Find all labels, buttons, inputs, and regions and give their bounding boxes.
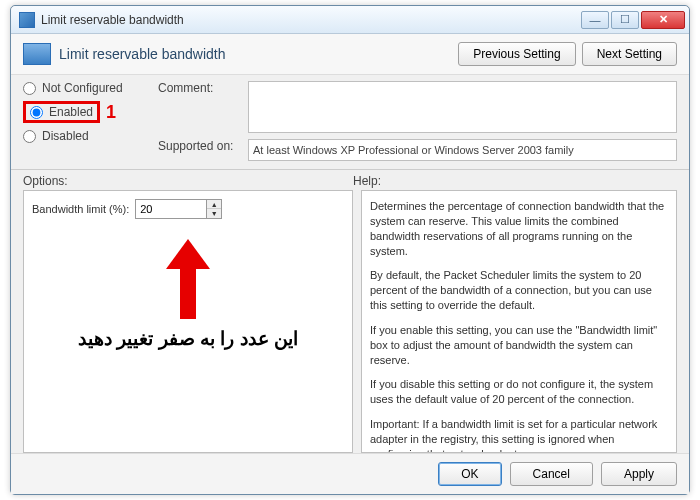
previous-setting-button[interactable]: Previous Setting [458, 42, 575, 66]
help-p4: If you disable this setting or do not co… [370, 377, 668, 407]
options-panel: Bandwidth limit (%): ▲ ▼ این عدد را به ص… [23, 190, 353, 453]
radio-not-configured[interactable]: Not Configured [23, 81, 158, 95]
supported-value: At least Windows XP Professional or Wind… [248, 139, 677, 161]
panels: Bandwidth limit (%): ▲ ▼ این عدد را به ص… [11, 190, 689, 453]
radio-disabled[interactable]: Disabled [23, 129, 158, 143]
supported-label: Supported on: [158, 139, 240, 153]
app-icon [19, 12, 35, 28]
radio-enabled[interactable]: Enabled [23, 101, 100, 123]
radio-disabled-input[interactable] [23, 130, 36, 143]
header: Limit reservable bandwidth Previous Sett… [11, 34, 689, 75]
titlebar: Limit reservable bandwidth — ☐ ✕ [11, 6, 689, 34]
fields: Comment: Supported on: At least Windows … [158, 81, 677, 161]
cancel-button[interactable]: Cancel [510, 462, 593, 486]
help-label: Help: [353, 174, 381, 188]
window-title: Limit reservable bandwidth [41, 13, 581, 27]
heading: Limit reservable bandwidth [59, 46, 452, 62]
state-radios: Not Configured Enabled 1 Disabled [23, 81, 158, 161]
comment-label: Comment: [158, 81, 240, 95]
help-p2: By default, the Packet Scheduler limits … [370, 268, 668, 313]
radio-enabled-label: Enabled [49, 105, 93, 119]
window-controls: — ☐ ✕ [581, 11, 685, 29]
dialog-window: Limit reservable bandwidth — ☐ ✕ Limit r… [10, 5, 690, 495]
maximize-button[interactable]: ☐ [611, 11, 639, 29]
minimize-button[interactable]: — [581, 11, 609, 29]
comment-input[interactable] [248, 81, 677, 133]
bandwidth-limit-spinner[interactable]: ▲ ▼ [135, 199, 222, 219]
annotation-text: این عدد را به صفر تغییر دهید [32, 327, 344, 350]
close-button[interactable]: ✕ [641, 11, 685, 29]
help-p5: Important: If a bandwidth limit is set f… [370, 417, 668, 453]
help-p3: If you enable this setting, you can use … [370, 323, 668, 368]
radio-disabled-label: Disabled [42, 129, 89, 143]
ok-button[interactable]: OK [438, 462, 501, 486]
radio-not-configured-label: Not Configured [42, 81, 123, 95]
help-panel: Determines the percentage of connection … [361, 190, 677, 453]
annotation-marker: 1 [106, 102, 116, 123]
bandwidth-limit-row: Bandwidth limit (%): ▲ ▼ [32, 199, 344, 219]
spinner-up-button[interactable]: ▲ [207, 200, 221, 209]
panel-labels: Options: Help: [11, 170, 689, 190]
radio-enabled-input[interactable] [30, 106, 43, 119]
radio-not-configured-input[interactable] [23, 82, 36, 95]
next-setting-button[interactable]: Next Setting [582, 42, 677, 66]
bandwidth-limit-label: Bandwidth limit (%): [32, 203, 129, 215]
spinner-down-button[interactable]: ▼ [207, 209, 221, 218]
apply-button[interactable]: Apply [601, 462, 677, 486]
footer: OK Cancel Apply [11, 453, 689, 494]
bandwidth-limit-input[interactable] [136, 200, 206, 218]
help-p1: Determines the percentage of connection … [370, 199, 668, 258]
options-label: Options: [23, 174, 353, 188]
policy-icon [23, 43, 51, 65]
annotation-arrow-icon [170, 239, 206, 319]
config-row: Not Configured Enabled 1 Disabled Commen… [11, 75, 689, 163]
